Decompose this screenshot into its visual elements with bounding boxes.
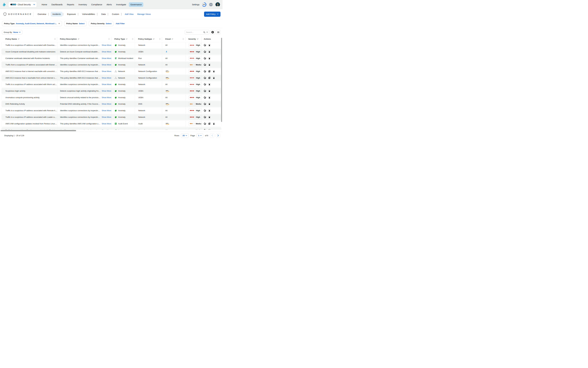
- search-input[interactable]: [186, 31, 202, 33]
- filter-policy-name[interactable]: Policy Name Select: [64, 21, 87, 26]
- column-header-severity[interactable]: Severity: [186, 37, 201, 41]
- next-page-button[interactable]: [216, 133, 220, 138]
- table-row[interactable]: Suspicious login activity Detects suspic…: [1, 88, 221, 94]
- ai-copilot-icon[interactable]: AI: [209, 3, 213, 7]
- edit-policy-icon[interactable]: [204, 103, 206, 105]
- table-row[interactable]: Traffic from a suspicious IP address ass…: [1, 62, 221, 68]
- sort-icon[interactable]: [197, 38, 199, 40]
- table-row[interactable]: Traffic to a suspicious IP address assoc…: [1, 114, 221, 120]
- manage-views-link[interactable]: Manage Views: [137, 13, 151, 15]
- product-switcher[interactable]: Cloud Security: [8, 2, 37, 8]
- column-header-policy-name[interactable]: Policy Name: [1, 37, 57, 41]
- nav-item-inventory[interactable]: Inventory: [77, 2, 89, 7]
- rows-per-page-select[interactable]: 25: [181, 133, 189, 138]
- column-header-policy-subtype[interactable]: Policy Subtype: [135, 37, 162, 41]
- filter-value[interactable]: Select: [106, 22, 111, 25]
- show-more-link[interactable]: Show More: [102, 96, 111, 99]
- clone-policy-icon[interactable]: [208, 77, 211, 79]
- tab-overview[interactable]: Overview: [36, 12, 48, 17]
- settings-link[interactable]: Settings: [192, 3, 199, 6]
- column-header-policy-description[interactable]: Policy Description: [57, 37, 111, 41]
- tab-vulnerabilities[interactable]: Vulnerabilities: [80, 12, 97, 17]
- view-alerts-icon[interactable]: [208, 50, 211, 53]
- show-more-link[interactable]: Show More: [102, 103, 111, 105]
- clone-policy-icon[interactable]: [208, 122, 211, 125]
- view-alerts-icon[interactable]: [208, 57, 211, 60]
- column-drag-handle-icon[interactable]: [183, 38, 184, 40]
- edit-policy-icon[interactable]: [204, 70, 206, 73]
- tab-custom[interactable]: Custom: [110, 12, 121, 17]
- table-row[interactable]: Traffic to a suspicious IP address assoc…: [1, 81, 221, 87]
- show-more-link[interactable]: Show More: [102, 64, 111, 66]
- tab-custom-menu-icon[interactable]: [121, 13, 122, 15]
- view-alerts-icon[interactable]: [208, 96, 211, 99]
- sort-icon[interactable]: [153, 38, 155, 40]
- view-alerts-icon[interactable]: [208, 109, 211, 112]
- edit-policy-icon[interactable]: [204, 83, 206, 86]
- view-alerts-icon[interactable]: [208, 103, 211, 105]
- show-more-link[interactable]: Show More: [102, 116, 111, 118]
- table-row[interactable]: AWS EC2 instance that is reachable from …: [1, 75, 221, 81]
- previous-page-button[interactable]: [210, 133, 214, 138]
- edit-policy-icon[interactable]: [204, 90, 206, 92]
- nav-item-investigate[interactable]: Investigate: [115, 2, 128, 7]
- nav-item-dashboards[interactable]: Dashboards: [50, 2, 64, 7]
- view-alerts-icon[interactable]: [213, 77, 215, 79]
- column-header-cloud[interactable]: Cloud: [162, 37, 186, 41]
- add-filter-link[interactable]: Add Filter: [116, 22, 125, 25]
- edit-policy-icon[interactable]: [204, 57, 206, 60]
- edit-policy-icon[interactable]: [204, 109, 206, 112]
- nav-item-alerts[interactable]: Alerts: [105, 2, 113, 7]
- edit-policy-icon[interactable]: [204, 44, 206, 46]
- show-more-link[interactable]: Show More: [102, 51, 111, 53]
- show-more-link[interactable]: Show More: [102, 129, 111, 130]
- tab-vulnerabilities-menu-icon[interactable]: [97, 13, 98, 15]
- tab-incidents[interactable]: Incidents: [51, 12, 62, 17]
- column-drag-handle-icon[interactable]: [132, 38, 133, 40]
- edit-policy-icon[interactable]: [204, 129, 206, 130]
- add-view-link[interactable]: Add View: [125, 13, 134, 15]
- download-button[interactable]: [210, 30, 215, 35]
- view-alerts-icon[interactable]: [213, 70, 215, 73]
- edit-policy-icon[interactable]: [204, 77, 206, 79]
- table-row[interactable]: Traffic to a suspicious IP address assoc…: [1, 42, 221, 48]
- sort-icon[interactable]: [18, 38, 20, 40]
- sort-icon[interactable]: [78, 38, 80, 40]
- nav-item-compliance[interactable]: Compliance: [90, 2, 104, 7]
- tab-incidents-menu-icon[interactable]: [63, 13, 63, 15]
- table-row[interactable]: AWS IAM configuration updates invoked fr…: [1, 121, 221, 127]
- tab-exposure-menu-icon[interactable]: [78, 13, 78, 15]
- view-alerts-icon[interactable]: [208, 44, 211, 46]
- filter-value[interactable]: Select: [79, 22, 85, 25]
- sort-icon[interactable]: [171, 38, 173, 40]
- show-more-link[interactable]: Show More: [102, 123, 111, 125]
- show-more-link[interactable]: Show More: [102, 44, 111, 46]
- clear-search-icon[interactable]: [206, 31, 208, 33]
- show-more-link[interactable]: Show More: [102, 83, 111, 85]
- edit-policy-icon[interactable]: [204, 96, 206, 99]
- view-alerts-icon[interactable]: [208, 90, 211, 92]
- column-header-policy-type[interactable]: Policy Type: [111, 37, 135, 41]
- table-row[interactable]: Anomalous compute provisioning activity …: [1, 95, 221, 101]
- add-policy-button[interactable]: Add Policy: [204, 12, 221, 17]
- table-row[interactable]: AWS EC2 instance that is internet reacha…: [1, 68, 221, 74]
- group-by-control[interactable]: Group By: None: [2, 30, 22, 35]
- edit-policy-icon[interactable]: [204, 122, 206, 125]
- tab-exposure[interactable]: Exposure: [65, 12, 78, 17]
- tab-data-menu-icon[interactable]: [108, 13, 108, 15]
- horizontal-scrollbar[interactable]: [0, 130, 76, 131]
- show-more-link[interactable]: Show More: [102, 77, 111, 79]
- nav-item-governance[interactable]: Governance: [129, 2, 143, 7]
- filter-value[interactable]: Anomaly, Audit Event, Network, Workload …: [16, 22, 57, 25]
- column-drag-handle-icon[interactable]: [159, 38, 160, 40]
- sort-icon[interactable]: [126, 38, 128, 40]
- clone-policy-icon[interactable]: [208, 70, 211, 73]
- filter-policy-severity[interactable]: Policy Severity Select: [89, 21, 113, 26]
- show-more-link[interactable]: Show More: [102, 110, 111, 112]
- column-drag-handle-icon[interactable]: [108, 38, 110, 40]
- search-icon[interactable]: [203, 31, 205, 33]
- user-avatar[interactable]: [215, 2, 220, 7]
- filter-policy-type[interactable]: Policy Type Anomaly, Audit Event, Networ…: [2, 21, 62, 26]
- adoption-progress-ring[interactable]: 67%: [202, 2, 206, 7]
- show-more-link[interactable]: Show More: [102, 57, 111, 59]
